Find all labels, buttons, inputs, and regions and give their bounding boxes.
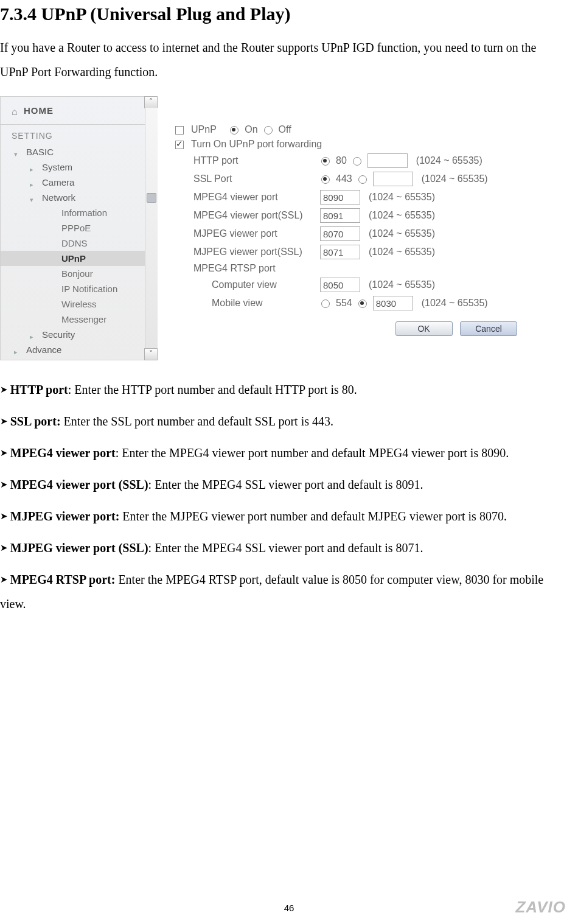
home-icon <box>12 107 20 115</box>
http-port-custom-radio[interactable] <box>353 157 361 166</box>
mjpeg-ssl-port-label: MJPEG viewer port(SSL) <box>175 247 315 257</box>
sidebar-item-security[interactable]: Security <box>1 327 156 342</box>
mobile-view-label: Mobile view <box>193 298 315 309</box>
mpeg4-port-label: MPEG4 viewer port <box>175 192 315 203</box>
mobile-view-default-radio[interactable] <box>321 299 330 308</box>
cancel-button[interactable]: Cancel <box>460 321 517 336</box>
mobile-view-row: Mobile view 554 (1024 ~ 65535) <box>175 296 554 310</box>
desc-http: HTTP port: Enter the HTTP port number an… <box>0 377 554 402</box>
zavio-logo: ZAVIO <box>515 898 566 917</box>
upnp-on-label: On <box>245 124 257 135</box>
upnp-screenshot-figure: ˄ HOME SETTING BASIC System Camera Ne <box>0 96 554 360</box>
sidebar-item-ip-notification[interactable]: IP Notification <box>1 281 156 296</box>
mjpeg-port-input[interactable] <box>320 226 360 241</box>
upnp-label: UPnP <box>191 124 217 135</box>
desc-mjpeg-ssl: MJPEG viewer port (SSL): Enter the MPEG4… <box>0 536 554 560</box>
ssl-port-row: SSL Port 443 (1024 ~ 65535) <box>175 172 554 186</box>
ssl-port-custom-radio[interactable] <box>358 175 367 184</box>
desc-ssl: SSL port: Enter the SSL port number and … <box>0 409 554 433</box>
http-port-range: (1024 ~ 65535) <box>416 155 482 166</box>
mpeg4-ssl-port-input[interactable] <box>320 208 360 223</box>
computer-view-label: Computer view <box>193 279 315 290</box>
mobile-view-custom-radio[interactable] <box>358 299 367 308</box>
sidebar-item-network[interactable]: Network <box>1 190 156 205</box>
tree-expanded-icon <box>30 194 38 202</box>
tree-leaf-icon <box>30 178 38 187</box>
settings-sidebar: ˄ HOME SETTING BASIC System Camera Ne <box>0 96 157 360</box>
mjpeg-port-row: MJPEG viewer port (1024 ~ 65535) <box>175 226 554 241</box>
mpeg4-port-input[interactable] <box>320 190 360 205</box>
sidebar-item-bonjour[interactable]: Bonjour <box>1 266 156 281</box>
ok-button[interactable]: OK <box>395 321 453 336</box>
http-port-row: HTTP port 80 (1024 ~ 65535) <box>175 153 554 168</box>
mjpeg-ssl-port-range: (1024 ~ 65535) <box>369 247 435 257</box>
computer-view-input[interactable] <box>320 278 360 292</box>
sidebar-item-label: Camera <box>42 177 74 187</box>
turn-on-forwarding-checkbox[interactable] <box>175 141 184 149</box>
scroll-down-icon[interactable]: ˅ <box>144 348 158 360</box>
sidebar-home-label: HOME <box>24 105 54 116</box>
mjpeg-ssl-port-input[interactable] <box>320 245 360 259</box>
sidebar-item-label: System <box>42 162 72 172</box>
tree-expanded-icon <box>14 148 23 156</box>
sidebar-item-messenger[interactable]: Messenger <box>1 312 156 327</box>
sidebar-item-advance[interactable]: Advance <box>1 342 156 357</box>
turn-on-forwarding-row: Turn On UPnP port forwarding <box>175 139 554 150</box>
section-heading: 7.3.4 UPnP (Universal Plug and Play) <box>0 4 554 24</box>
desc-rtsp: MPEG4 RTSP port: Enter the MPEG4 RTSP po… <box>0 567 554 616</box>
sidebar-item-system[interactable]: System <box>1 159 156 175</box>
http-port-default-value: 80 <box>336 155 347 166</box>
mjpeg-port-range: (1024 ~ 65535) <box>369 228 435 239</box>
mpeg4-ssl-port-label: MPEG4 viewer port(SSL) <box>175 210 315 221</box>
desc-mpeg4: MPEG4 viewer port: Enter the MPEG4 viewe… <box>0 441 554 465</box>
desc-mpeg4-ssl: MPEG4 viewer port (SSL): Enter the MPEG4… <box>0 472 554 497</box>
upnp-off-radio[interactable] <box>264 126 273 135</box>
ssl-port-range: (1024 ~ 65535) <box>422 173 488 184</box>
ssl-port-default-value: 443 <box>336 173 352 184</box>
mpeg4-ssl-port-row: MPEG4 viewer port(SSL) (1024 ~ 65535) <box>175 208 554 223</box>
sidebar-item-wireless[interactable]: Wireless <box>1 296 156 312</box>
ssl-port-default-radio[interactable] <box>321 175 330 184</box>
turn-on-forwarding-label: Turn On UPnP port forwarding <box>191 139 322 150</box>
sidebar-item-label: Security <box>42 329 75 340</box>
tree-leaf-icon <box>30 331 38 339</box>
intro-paragraph: If you have a Router to access to intern… <box>0 35 554 84</box>
scrollbar-thumb[interactable] <box>147 193 156 203</box>
mjpeg-port-label: MJPEG viewer port <box>175 228 315 239</box>
mobile-view-default-value: 554 <box>336 298 352 309</box>
sidebar-item-camera[interactable]: Camera <box>1 175 156 190</box>
mpeg4-port-range: (1024 ~ 65535) <box>369 192 435 203</box>
sidebar-item-label: Network <box>42 192 75 203</box>
ssl-port-label: SSL Port <box>175 173 315 184</box>
sidebar-item-label: BASIC <box>26 147 54 157</box>
computer-view-range: (1024 ~ 65535) <box>369 279 435 290</box>
upnp-on-radio[interactable] <box>230 126 239 135</box>
sidebar-item-upnp[interactable]: UPnP <box>1 251 156 266</box>
mobile-view-input[interactable] <box>373 296 413 310</box>
tree-leaf-icon <box>14 346 23 354</box>
rtsp-header-row: MPEG4 RTSP port <box>175 263 554 274</box>
mobile-view-range: (1024 ~ 65535) <box>422 298 488 309</box>
upnp-off-label: Off <box>279 124 291 135</box>
upnp-toggle-row: UPnP On Off <box>175 124 554 135</box>
http-port-input[interactable] <box>367 153 408 168</box>
sidebar-item-basic[interactable]: BASIC <box>1 144 156 159</box>
sidebar-item-pppoe[interactable]: PPPoE <box>1 220 156 236</box>
sidebar-item-information[interactable]: Information <box>1 205 156 220</box>
sidebar-item-ddns[interactable]: DDNS <box>1 236 156 251</box>
sidebar-home[interactable]: HOME <box>1 97 156 125</box>
http-port-label: HTTP port <box>175 155 315 166</box>
page-number: 46 <box>0 903 578 913</box>
scroll-up-icon[interactable]: ˄ <box>144 96 158 108</box>
http-port-default-radio[interactable] <box>321 157 330 166</box>
button-row: OK Cancel <box>175 321 554 336</box>
sidebar-setting-header: SETTING <box>1 125 156 144</box>
description-list: HTTP port: Enter the HTTP port number an… <box>0 377 554 616</box>
sidebar-item-label: Advance <box>26 345 61 355</box>
mpeg4-port-row: MPEG4 viewer port (1024 ~ 65535) <box>175 190 554 205</box>
desc-mjpeg: MJPEG viewer port: Enter the MJPEG viewe… <box>0 504 554 528</box>
mpeg4-ssl-port-range: (1024 ~ 65535) <box>369 210 435 221</box>
sidebar-scrollbar[interactable] <box>145 108 158 349</box>
bullet-icon <box>175 126 184 135</box>
ssl-port-input[interactable] <box>373 172 413 186</box>
